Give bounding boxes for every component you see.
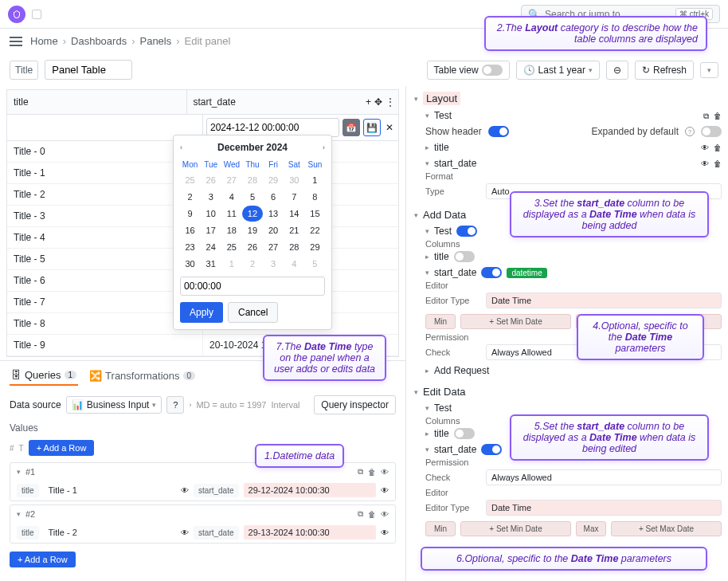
time-range-button[interactable]: 🕓 Last 1 year ▾	[516, 61, 600, 80]
add-column-icon[interactable]: +	[366, 96, 371, 108]
calendar-day[interactable]: 26	[242, 239, 262, 255]
start-date-value[interactable]: 29-13-2024 10:00:30	[244, 525, 376, 540]
calendar-day[interactable]: 13	[264, 206, 284, 222]
refresh-button[interactable]: ↻ Refresh	[635, 61, 694, 80]
title-enable-toggle[interactable]	[454, 428, 475, 439]
add-row-button-bottom[interactable]: + Add a Row	[10, 552, 76, 567]
datasource-help-icon[interactable]: ?	[166, 396, 184, 414]
edit-data-section[interactable]: Edit Data	[423, 386, 465, 398]
chevron-down-icon[interactable]: ▾	[425, 159, 429, 167]
calendar-day[interactable]: 19	[242, 222, 262, 238]
tab-queries[interactable]: 🗄 Queries 1	[10, 366, 78, 386]
copy-icon[interactable]	[358, 466, 363, 477]
calendar-day[interactable]: 10	[201, 206, 221, 222]
calendar-day[interactable]: 31	[201, 256, 221, 272]
check-select[interactable]: Always Allowed	[486, 469, 722, 485]
calendar-day[interactable]: 3	[201, 189, 221, 205]
calendar-day[interactable]: 28	[284, 239, 304, 255]
trash-icon[interactable]	[368, 467, 376, 477]
tab-transformations[interactable]: 🔀 Transformations 0	[88, 367, 197, 385]
more-icon[interactable]: ⋮	[386, 96, 395, 108]
chevron-down-icon[interactable]: ▾	[425, 227, 429, 235]
chevron-down-icon[interactable]: ▾	[425, 404, 429, 412]
column-start-date[interactable]: start_date	[187, 90, 366, 114]
table-view-toggle[interactable]: Table view	[427, 61, 510, 80]
calendar-day[interactable]: 3	[264, 256, 284, 272]
calendar-day[interactable]: 15	[305, 206, 325, 222]
start-date-column-item[interactable]: start_date	[434, 444, 476, 455]
eye-icon[interactable]	[381, 485, 389, 495]
show-header-toggle[interactable]	[488, 126, 509, 137]
calendar-day[interactable]: 5	[305, 256, 325, 272]
calendar-day[interactable]: 29	[264, 172, 284, 188]
eye-icon[interactable]	[701, 142, 709, 153]
calendar-day[interactable]: 24	[201, 239, 221, 255]
calendar-day[interactable]: 12	[242, 206, 262, 222]
calendar-day[interactable]: 4	[221, 189, 241, 205]
panel-title-input[interactable]	[45, 60, 132, 80]
start-date-enable-toggle[interactable]	[481, 267, 502, 278]
set-min-date-button[interactable]: + Set Min Date	[460, 521, 571, 536]
calendar-day[interactable]: 22	[305, 222, 325, 238]
close-icon[interactable]: ✕	[384, 122, 395, 133]
next-month-icon[interactable]: ›	[323, 143, 325, 151]
calendar-day[interactable]: 8	[305, 189, 325, 205]
calendar-day[interactable]: 27	[264, 239, 284, 255]
editor-type-select[interactable]: Date Time	[486, 292, 722, 308]
eye-icon[interactable]	[181, 485, 189, 495]
title-column-item[interactable]: title	[434, 251, 449, 262]
eye-icon[interactable]	[381, 528, 389, 537]
calendar-day[interactable]: 26	[201, 172, 221, 188]
chevron-right-icon[interactable]: ▸	[425, 253, 429, 261]
title-value[interactable]: Title - 2	[44, 525, 176, 540]
eye-icon[interactable]	[701, 158, 709, 169]
prev-month-icon[interactable]: ‹	[180, 143, 182, 151]
calendar-day[interactable]: 2	[242, 256, 262, 272]
table-view-switch[interactable]	[482, 65, 503, 76]
calendar-day[interactable]: 30	[284, 172, 304, 188]
trash-icon[interactable]	[368, 509, 376, 519]
drag-handle-icon[interactable]: ✥	[374, 96, 382, 108]
chevron-down-icon[interactable]: ▾	[17, 468, 21, 476]
trash-icon[interactable]	[714, 110, 722, 121]
zoom-out-button[interactable]: ⊖	[606, 61, 628, 80]
calendar-day[interactable]: 2	[180, 189, 200, 205]
breadcrumb-dashboards[interactable]: Dashboards	[71, 35, 127, 47]
start-date-column-item[interactable]: start_date	[434, 267, 476, 278]
copy-icon[interactable]	[703, 110, 709, 121]
save-icon[interactable]: 💾	[363, 119, 381, 136]
chevron-down-icon[interactable]: ▾	[17, 510, 21, 518]
refresh-interval-button[interactable]: ▾	[700, 62, 718, 78]
editor-type-select[interactable]: Date Time	[486, 500, 722, 516]
eye-icon[interactable]	[381, 467, 389, 477]
trash-icon[interactable]	[714, 158, 722, 169]
eye-icon[interactable]	[181, 528, 189, 537]
calendar-day[interactable]: 4	[284, 256, 304, 272]
title-value[interactable]: Title - 1	[44, 483, 176, 497]
calendar-day[interactable]: 28	[242, 172, 262, 188]
calendar-day[interactable]: 27	[221, 172, 241, 188]
title-enable-toggle[interactable]	[454, 251, 475, 262]
start-date-column-item[interactable]: start_date	[434, 158, 476, 169]
calendar-day[interactable]: 11	[221, 206, 241, 222]
calendar-day[interactable]: 1	[305, 172, 325, 188]
calendar-day[interactable]: 20	[264, 222, 284, 238]
calendar-day[interactable]: 6	[264, 189, 284, 205]
app-logo[interactable]	[8, 6, 25, 23]
calendar-day[interactable]: 30	[180, 256, 200, 272]
calendar-day[interactable]: 9	[180, 206, 200, 222]
chevron-down-icon[interactable]: ▾	[414, 95, 418, 103]
calendar-day[interactable]: 25	[180, 172, 200, 188]
datasource-select[interactable]: 📊 Business Input ▾	[66, 396, 162, 414]
chevron-down-icon[interactable]: ▾	[425, 112, 429, 120]
sidebar-toggle-icon[interactable]	[32, 10, 41, 19]
help-icon[interactable]: ?	[685, 127, 695, 136]
menu-icon[interactable]	[10, 37, 22, 46]
test-toggle[interactable]	[456, 226, 477, 237]
calendar-day[interactable]: 17	[201, 222, 221, 238]
breadcrumb-panels[interactable]: Panels	[139, 35, 171, 47]
chevron-down-icon[interactable]: ▾	[425, 269, 429, 277]
trash-icon[interactable]	[714, 142, 722, 153]
title-column-item[interactable]: title	[434, 428, 449, 439]
calendar-day[interactable]: 18	[221, 222, 241, 238]
